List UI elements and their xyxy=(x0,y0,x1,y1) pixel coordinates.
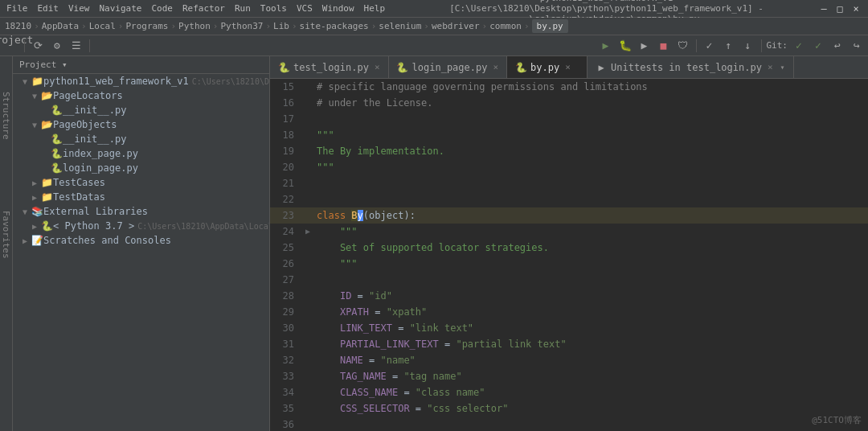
menu-refactor[interactable]: Refactor xyxy=(182,3,225,14)
push-icon[interactable]: ↓ xyxy=(740,38,756,54)
code-line-31: 31 PARTIAL_LINK_TEXT = "partial link tex… xyxy=(270,336,868,352)
breadcrumb-sep: › xyxy=(170,21,176,31)
git-check1[interactable]: ✓ xyxy=(791,38,807,54)
tree-item-init1[interactable]: 🐍 __init__.py xyxy=(13,103,269,117)
breadcrumb-sep: › xyxy=(265,21,271,31)
tree-label-extlibs: External Libraries xyxy=(43,206,148,217)
tree-item-pageobjects[interactable]: ▼ 📂 PageObjects xyxy=(13,117,269,132)
tree-label-testdatas: TestDatas xyxy=(53,191,105,203)
maximize-button[interactable]: □ xyxy=(834,3,845,14)
update-icon[interactable]: ↑ xyxy=(721,38,737,54)
python37-icon: 🐍 xyxy=(40,220,53,232)
menu-code[interactable]: Code xyxy=(151,3,173,14)
stop-button[interactable]: ■ xyxy=(656,38,672,54)
breadcrumb-programs[interactable]: Programs xyxy=(125,21,168,31)
breadcrumb-webdriver[interactable]: webdriver xyxy=(432,21,480,31)
code-line-25: 25 Set of supported locator strategies. xyxy=(270,240,868,256)
tab-icon-testlogin: 🐍 xyxy=(278,62,289,73)
project-folder-icon: 📁 xyxy=(31,76,43,87)
menu-tools[interactable]: Tools xyxy=(260,3,287,14)
fold-22 xyxy=(302,191,313,207)
tab-by[interactable]: 🐍 by.py × xyxy=(507,56,588,78)
run-button[interactable]: ▶ xyxy=(598,38,614,54)
tree-item-testcases[interactable]: ▶ 📁 TestCases xyxy=(13,175,269,190)
breadcrumb-python[interactable]: Python xyxy=(178,21,211,31)
toolbar-separator xyxy=(696,39,697,52)
breadcrumb-lib[interactable]: Lib xyxy=(273,21,289,31)
expand-arrow-python37: ▶ xyxy=(29,222,40,231)
coverage-button[interactable]: 🛡 xyxy=(675,38,691,54)
breadcrumb-python37[interactable]: Python37 xyxy=(220,21,263,31)
code-editor[interactable]: 15 # specific language governing permiss… xyxy=(270,79,868,431)
tab-dropdown[interactable]: ▾ xyxy=(780,63,785,72)
breadcrumb-sep: › xyxy=(424,21,429,31)
tree-item-scratches[interactable]: ▶ 📝 Scratches and Consoles xyxy=(13,233,269,248)
menu-view[interactable]: View xyxy=(68,3,90,14)
close-button[interactable]: × xyxy=(850,3,862,14)
line-number-24: 24 xyxy=(270,224,302,240)
tab-close-loginpage[interactable]: × xyxy=(493,62,498,72)
line-content-16: # under the License. xyxy=(313,95,868,111)
minimize-button[interactable]: — xyxy=(818,3,829,14)
favorites-tab[interactable]: Favorites xyxy=(1,211,11,259)
fold-28 xyxy=(302,288,313,304)
breadcrumb-local[interactable]: Local xyxy=(89,21,116,31)
debug-button[interactable]: 🐛 xyxy=(617,38,633,54)
menu-help[interactable]: Help xyxy=(364,3,386,14)
menu-run[interactable]: Run xyxy=(235,3,251,14)
menu-bar[interactable]: File Edit View Navigate Code Refactor Ru… xyxy=(6,3,385,14)
commit-icon[interactable]: ✓ xyxy=(702,38,718,54)
breadcrumb-common[interactable]: common xyxy=(489,21,522,31)
tree-item-indexpage[interactable]: 🐍 index_page.py xyxy=(13,146,269,161)
line-number-17: 17 xyxy=(270,111,302,127)
menu-file[interactable]: File xyxy=(6,3,28,14)
tab-close-by[interactable]: × xyxy=(565,62,571,72)
line-number-34: 34 xyxy=(270,384,302,400)
tab-test-login[interactable]: 🐍 test_login.py × xyxy=(270,56,389,78)
menu-navigate[interactable]: Navigate xyxy=(100,3,142,14)
breadcrumb-sep: › xyxy=(213,21,219,31)
git-check2[interactable]: ✓ xyxy=(810,38,826,54)
tree-label-init1: __init__.py xyxy=(63,105,126,116)
project-dropdown[interactable]: Project ▾ xyxy=(3,38,19,54)
tab-login-page[interactable]: 🐍 login_page.py × xyxy=(389,56,508,78)
tree-item-root[interactable]: ▼ 📁 python11_web_framework_v1 C:\Users\1… xyxy=(13,74,269,88)
git-redo[interactable]: ↪ xyxy=(849,38,865,54)
line-number-31: 31 xyxy=(270,336,302,352)
tree-item-init2[interactable]: 🐍 __init__.py xyxy=(13,132,269,146)
structure-tab[interactable]: Structure xyxy=(1,60,11,140)
window-controls[interactable]: — □ × xyxy=(818,3,862,14)
breadcrumb-bypy[interactable]: by.py xyxy=(532,19,568,33)
tree-item-pagelocators[interactable]: ▼ 📂 PageLocators xyxy=(13,88,269,103)
tab-unittests[interactable]: ▶ Unittests in test_login.py × ▾ xyxy=(588,56,794,78)
tab-close-testlogin[interactable]: × xyxy=(375,62,380,72)
menu-edit[interactable]: Edit xyxy=(38,3,59,14)
breadcrumb-selenium[interactable]: selenium xyxy=(379,21,421,31)
tab-close-unittests[interactable]: × xyxy=(768,62,773,72)
line-content-34: CLASS_NAME = "class name" xyxy=(313,384,868,400)
toolbar-right: ▶ 🐛 ▶ ■ 🛡 ✓ ↑ ↓ Git: ✓ ✓ ↩ ↪ xyxy=(598,38,866,54)
filter-icon[interactable]: ☰ xyxy=(68,38,84,54)
line-content-23: class By(object): xyxy=(313,207,868,224)
breadcrumb-appdata[interactable]: AppData xyxy=(42,21,79,31)
main-area: Structure Favorites Project ▾ ▼ 📁 python… xyxy=(0,56,868,431)
menu-vcs[interactable]: VCS xyxy=(297,3,313,14)
tree-item-python37[interactable]: ▶ 🐍 < Python 3.7 > C:\Users\18210\AppDat… xyxy=(13,219,269,233)
breadcrumb-18210[interactable]: 18210 xyxy=(5,21,31,31)
run-config[interactable]: ▶ xyxy=(637,38,653,54)
expand-arrow-extlibs: ▼ xyxy=(19,207,31,216)
sidebar-header[interactable]: Project ▾ xyxy=(13,56,269,74)
code-line-33: 33 TAG_NAME = "tag name" xyxy=(270,368,868,384)
menu-window[interactable]: Window xyxy=(322,3,354,14)
tree-label-scratches: Scratches and Consoles xyxy=(43,235,171,246)
fold-24[interactable]: ▶ xyxy=(302,224,313,240)
line-content-29: XPATH = "xpath" xyxy=(313,304,868,320)
tree-item-extlibs[interactable]: ▼ 📚 External Libraries xyxy=(13,204,269,219)
breadcrumb-sitepackages[interactable]: site-packages xyxy=(300,21,369,31)
tree-item-loginpage[interactable]: 🐍 login_page.py xyxy=(13,161,269,175)
tree-item-testdatas[interactable]: ▶ 📁 TestDatas xyxy=(13,190,269,204)
sync-icon[interactable]: ⟳ xyxy=(30,38,46,54)
git-undo[interactable]: ↩ xyxy=(829,38,845,54)
line-content-30: LINK_TEXT = "link text" xyxy=(313,320,868,336)
settings-icon[interactable]: ⚙ xyxy=(49,38,65,54)
